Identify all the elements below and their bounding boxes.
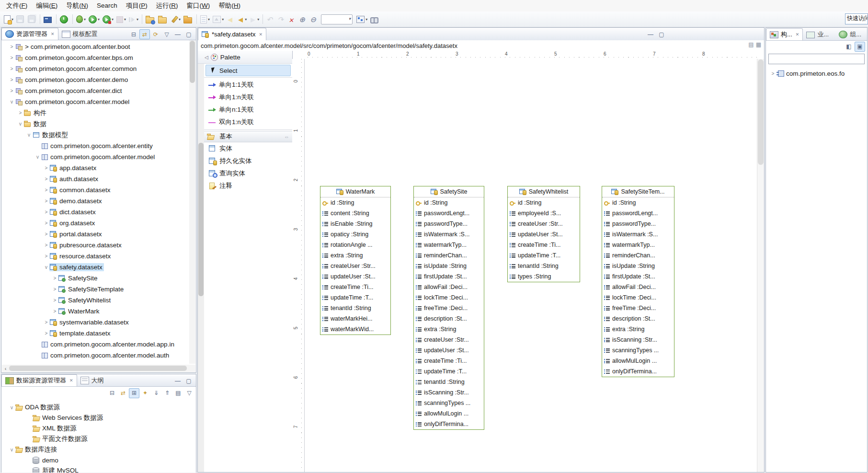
entity-field[interactable]: waterMarkWid... — [320, 324, 390, 335]
palette-collapse-icon[interactable]: ◁ — [205, 55, 208, 60]
toolbar-button[interactable] — [183, 13, 194, 25]
entity-field[interactable]: passwordLengt... — [414, 208, 484, 219]
toolbar-button[interactable]: ▾ — [102, 13, 114, 25]
close-icon[interactable]: ✕ — [69, 378, 73, 383]
tree-row[interactable]: > com.primeton.gocom.afcenter.common — [2, 63, 189, 74]
tree-row[interactable]: > demo.datasetx — [2, 196, 189, 207]
palette-relation-tool[interactable]: 单向1:1关联 — [204, 79, 292, 91]
breadcrumb-action-icon[interactable]: ▤ — [748, 41, 754, 48]
toolbar-button[interactable] — [72, 14, 73, 24]
panel-action-button[interactable]: ⊞ — [129, 388, 139, 398]
tree-row[interactable]: > 构件 — [2, 107, 189, 118]
tree-row[interactable]: > org.datasetx — [2, 218, 189, 229]
panel-action-button[interactable]: ⇄ — [118, 388, 128, 398]
entity-field[interactable]: updateTime :T... — [320, 292, 390, 303]
palette-tool-select[interactable]: Select — [206, 65, 291, 76]
toolbar-button[interactable] — [43, 13, 54, 25]
toolbar-button[interactable] — [309, 13, 319, 25]
toolbar-button[interactable]: ▾ — [75, 13, 87, 25]
panel-action-button[interactable]: ⇄ — [139, 29, 150, 39]
tree-row[interactable]: XML 数据源 — [2, 423, 195, 434]
entity-field[interactable]: onlyDifTermina... — [602, 366, 674, 377]
expander-icon[interactable]: > — [43, 209, 49, 215]
toolbar-button[interactable] — [320, 13, 354, 25]
entity-field[interactable]: tenantId :String — [508, 261, 580, 271]
panel-action-button[interactable]: ▤ — [173, 388, 183, 398]
dropdown-arrow-icon[interactable]: ▾ — [124, 17, 126, 22]
expander-icon[interactable]: v — [9, 99, 15, 104]
expander-icon[interactable]: v — [17, 121, 23, 127]
expander-icon[interactable]: > — [43, 220, 49, 226]
toolbar-button[interactable] — [298, 13, 308, 25]
entity-field[interactable]: tenantId :String — [414, 377, 484, 387]
dropdown-arrow-icon[interactable]: ▾ — [208, 17, 210, 22]
toolbar-button[interactable] — [196, 14, 197, 24]
toolbar-button[interactable]: ▾ — [3, 13, 14, 25]
menu-item[interactable]: 项目(P) — [122, 1, 152, 10]
quick-access-box[interactable]: 快速访问 — [845, 13, 868, 24]
entity-field[interactable]: employeeId :S... — [508, 208, 580, 219]
panel-action-button[interactable]: — — [172, 29, 183, 39]
entity-field[interactable]: updateUser :St... — [414, 345, 484, 356]
entity-field[interactable]: createUser :Str... — [508, 219, 580, 229]
panel-tab[interactable]: 大纲 — [77, 375, 111, 386]
palette-header[interactable]: ◁ Palette — [198, 51, 292, 64]
palette-relation-tool[interactable]: 单向n:1关联 — [204, 104, 292, 116]
entity-field[interactable]: allowMulLogin ... — [414, 408, 484, 419]
entity-field[interactable]: isScanning :Str... — [414, 387, 484, 398]
entity-field[interactable]: passwordType... — [602, 219, 674, 229]
tree-row[interactable]: com.primeton.gocom.afcenter.entity — [2, 140, 189, 151]
toolbar-button[interactable] — [145, 13, 156, 25]
panel-tab[interactable]: 业... — [803, 29, 835, 40]
expander-icon[interactable]: > — [52, 287, 58, 292]
panel-tab[interactable]: 资源管理器✕ — [1, 28, 58, 40]
tree-row[interactable]: v com.primeton.gocom.afcenter.model — [2, 96, 189, 107]
tree-row[interactable]: v safety.datasetx — [2, 262, 189, 273]
expander-icon[interactable]: v — [26, 132, 32, 138]
entity-field[interactable]: reminderChan... — [602, 250, 674, 261]
panel-action-button[interactable]: ▽ — [161, 29, 172, 39]
palette-relation-tool[interactable]: 单向1:n关联 — [204, 91, 292, 104]
entity-field[interactable]: freeTime :Deci... — [414, 303, 484, 313]
entity-field[interactable]: reminderChan... — [414, 250, 484, 261]
tree-row[interactable]: > dict.datasetx — [2, 207, 189, 218]
explorer-vertical-scrollbar[interactable] — [189, 40, 195, 364]
toolbar-button[interactable]: ▾ — [115, 13, 127, 25]
dropdown-arrow-icon[interactable]: ▾ — [365, 17, 367, 22]
entity-field[interactable]: isUpdate :String — [602, 261, 674, 271]
menu-item[interactable]: 窗口(W) — [183, 1, 215, 10]
expander-icon[interactable]: > — [43, 242, 49, 248]
entity-field[interactable]: description :St... — [414, 313, 484, 324]
section-pin-icon[interactable]: ⇔ — [284, 134, 289, 139]
toolbar-button[interactable]: ▾ — [236, 13, 248, 25]
panel-action-button[interactable]: ◧ — [844, 42, 854, 52]
toolbar-button[interactable] — [27, 13, 37, 25]
toolbar-button[interactable]: ▾ — [170, 13, 182, 25]
dropdown-arrow-icon[interactable]: ▾ — [112, 17, 114, 22]
tree-row[interactable]: > com.primeton.eos.fo — [767, 68, 866, 79]
explorer-horizontal-scrollbar[interactable]: ‹ — [2, 365, 195, 372]
close-icon[interactable]: ✕ — [796, 32, 799, 37]
tree-row[interactable]: com.primeton.gocom.afcenter.model.auth — [2, 350, 189, 361]
entity-field[interactable]: allowFail :Deci... — [602, 282, 674, 292]
tree-row[interactable]: > common.datasetx — [2, 185, 189, 196]
panel-tab[interactable]: 构...✕ — [766, 28, 803, 40]
toolbar-button[interactable] — [40, 14, 40, 24]
tree-row[interactable]: 平面文件数据源 — [2, 434, 195, 444]
canvas-vertical-scrollbar[interactable] — [757, 59, 764, 472]
palette-entity-tool[interactable]: 实体 — [204, 142, 292, 155]
tree-row[interactable]: > auth.datasetx — [2, 173, 189, 185]
tree-row[interactable]: > com.primeton.gocom.afcenter.demo — [2, 74, 189, 85]
expander-icon[interactable]: > — [43, 254, 49, 259]
tree-row[interactable]: > app.datasetx — [2, 162, 189, 173]
dropdown-arrow-icon[interactable]: ▾ — [84, 17, 86, 22]
toolbar-button[interactable] — [226, 13, 235, 25]
expander-icon[interactable]: > — [43, 187, 49, 193]
entity-field[interactable]: createTime :Ti... — [320, 282, 390, 292]
entity-field[interactable]: description :St... — [602, 313, 674, 324]
palette-scrollbar[interactable] — [198, 64, 204, 472]
entity-node-safetysite[interactable]: SafetySite id :StringpasswordLengt...pas… — [413, 186, 484, 430]
entity-field[interactable]: onlyDifTermina... — [414, 419, 484, 429]
dropdown-arrow-icon[interactable]: ▾ — [179, 17, 181, 22]
expander-icon[interactable]: > — [52, 276, 58, 281]
